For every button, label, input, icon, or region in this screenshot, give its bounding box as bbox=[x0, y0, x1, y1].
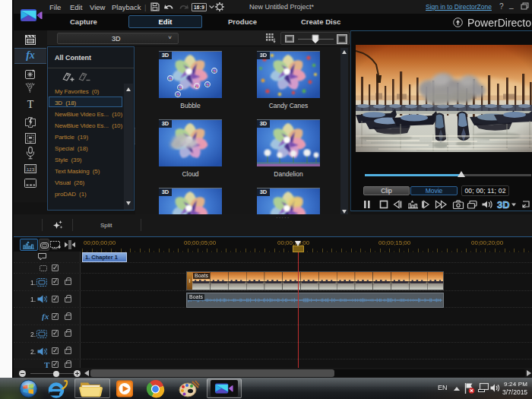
svg-text:123: 123 bbox=[27, 167, 35, 172]
svg-text:3D: 3D bbox=[497, 199, 510, 210]
